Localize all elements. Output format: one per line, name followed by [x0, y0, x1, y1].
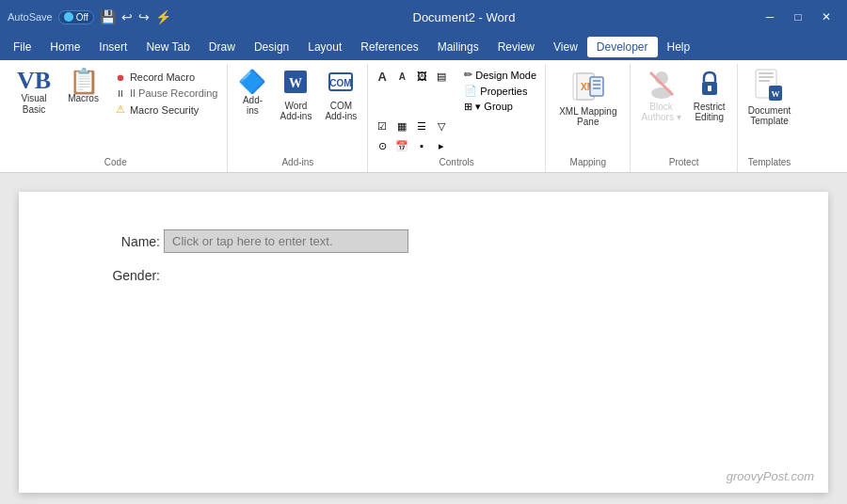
- document-area: Name: Click or tap here to enter text. G…: [0, 173, 847, 504]
- ctrl-check[interactable]: ☑: [374, 118, 391, 134]
- autosave-label: AutoSave: [8, 11, 53, 23]
- block-authors-label: BlockAuthors ▾: [641, 102, 680, 122]
- gender-field-row: Gender:: [94, 268, 753, 283]
- warning-icon: ⚠: [116, 103, 125, 116]
- close-button[interactable]: ✕: [813, 4, 839, 30]
- ribbon: VB VisualBasic 📋 Macros ⏺ Record Macro ⏸…: [0, 60, 847, 173]
- ctrl-image[interactable]: 🖼: [413, 68, 430, 85]
- menu-newtab[interactable]: New Tab: [136, 37, 199, 57]
- xml-icon: XML: [571, 70, 605, 106]
- word-addins-button[interactable]: W WordAdd-ins: [275, 66, 316, 124]
- code-right-stack: ⏺ Record Macro ⏸ II Pause Recording ⚠ Ma…: [112, 66, 222, 118]
- ctrl-date[interactable]: 📅: [393, 137, 410, 154]
- autosave-toggle[interactable]: Off: [58, 10, 94, 24]
- restrict-editing-button[interactable]: RestrictEditing: [688, 66, 731, 125]
- menu-layout[interactable]: Layout: [298, 37, 351, 57]
- gender-label: Gender:: [94, 268, 160, 283]
- ctrl-radio[interactable]: ⊙: [374, 137, 391, 154]
- menu-developer[interactable]: Developer: [587, 37, 658, 57]
- svg-text:W: W: [772, 89, 780, 99]
- addins-group-content: 🔷 Add-ins W WordAdd-ins COM: [233, 66, 361, 154]
- app-title: Document2 - Word: [413, 10, 516, 24]
- name-input[interactable]: Click or tap here to enter text.: [164, 229, 408, 253]
- menu-home[interactable]: Home: [40, 37, 89, 57]
- document-page: Name: Click or tap here to enter text. G…: [19, 192, 828, 493]
- ctrl-list[interactable]: ☰: [413, 118, 430, 134]
- group-icon: ⊞: [464, 101, 472, 113]
- design-mode-icon: ✏: [464, 69, 472, 81]
- macro-security-button[interactable]: ⚠ Macro Security: [112, 102, 222, 118]
- controls-grid-third: ⊙ 📅 ▪ ▸: [374, 137, 452, 154]
- templates-group-label: Templates: [743, 154, 796, 170]
- controls-group-content: A A 🖼 ▤ ✏ Design Mode 📄 Properties: [374, 66, 539, 154]
- ctrl-box[interactable]: ▤: [433, 68, 450, 85]
- word-addins-label: WordAdd-ins: [280, 101, 312, 121]
- maximize-button[interactable]: □: [785, 4, 811, 30]
- block-authors-icon: [647, 69, 677, 102]
- menu-view[interactable]: View: [544, 37, 587, 57]
- macros-label: Macros: [68, 93, 99, 103]
- xml-mapping-button[interactable]: XML XML MappingPane: [551, 66, 624, 131]
- design-mode-button[interactable]: ✏ Design Mode: [461, 68, 539, 82]
- ribbon-group-protect: BlockAuthors ▾ RestrictEditing Protect: [631, 64, 737, 172]
- watermark: groovyPost.com: [727, 469, 814, 483]
- pause-icon: ⏸: [116, 88, 125, 99]
- addins-group-label: Add-ins: [233, 154, 361, 170]
- com-addins-button[interactable]: COM COMAdd-ins: [320, 66, 361, 124]
- macros-button[interactable]: 📋 Macros: [60, 66, 106, 106]
- menu-insert[interactable]: Insert: [89, 37, 136, 57]
- menu-help[interactable]: Help: [658, 37, 700, 57]
- mapping-group-content: XML XML MappingPane: [551, 66, 624, 154]
- ribbon-group-addins: 🔷 Add-ins W WordAdd-ins COM: [228, 64, 368, 172]
- autosave-state: Off: [76, 12, 88, 23]
- pause-recording-label: II Pause Recording: [130, 87, 218, 99]
- design-mode-label: Design Mode: [475, 70, 536, 81]
- record-macro-button[interactable]: ⏺ Record Macro: [112, 70, 222, 85]
- svg-rect-17: [759, 72, 774, 74]
- controls-grid-top: A A 🖼 ▤: [374, 68, 452, 114]
- addins-label: Add-ins: [243, 95, 263, 116]
- record-icon: ⏺: [116, 72, 125, 83]
- addins-button[interactable]: 🔷 Add-ins: [233, 66, 271, 118]
- group-button[interactable]: ⊞ ▾ Group: [461, 100, 539, 114]
- ctrl-aa-small[interactable]: A: [393, 68, 410, 85]
- save-icon[interactable]: 💾: [100, 9, 116, 24]
- properties-button[interactable]: 📄 Properties: [461, 84, 539, 98]
- visual-basic-button[interactable]: VB VisualBasic: [9, 66, 58, 118]
- menu-file[interactable]: File: [4, 37, 40, 57]
- minimize-button[interactable]: ─: [757, 4, 783, 30]
- ctrl-combo[interactable]: ▽: [433, 118, 450, 134]
- ctrl-aa-big[interactable]: A: [374, 68, 391, 85]
- ribbon-group-controls: A A 🖼 ▤ ✏ Design Mode 📄 Properties: [368, 64, 546, 172]
- controls-group-label: Controls: [374, 154, 539, 170]
- controls-grid-bottom: ☑ ▦ ☰ ▽: [374, 118, 452, 134]
- ctrl-table[interactable]: ▦: [393, 118, 410, 134]
- ctrl-more[interactable]: ▸: [433, 137, 450, 154]
- restrict-editing-icon: [695, 69, 725, 102]
- toggle-dot: [64, 12, 73, 22]
- menu-mailings[interactable]: Mailings: [428, 37, 488, 57]
- macro-security-label: Macro Security: [130, 104, 199, 116]
- pause-recording-button[interactable]: ⏸ II Pause Recording: [112, 86, 222, 101]
- window-controls: ─ □ ✕: [757, 4, 839, 30]
- svg-rect-19: [759, 80, 770, 82]
- record-macro-label: Record Macro: [130, 71, 195, 83]
- redo-icon[interactable]: ↪: [138, 9, 150, 24]
- properties-label: Properties: [480, 86, 527, 97]
- ctrl-block2[interactable]: ▪: [413, 137, 430, 154]
- menu-references[interactable]: References: [351, 37, 427, 57]
- menu-review[interactable]: Review: [488, 37, 544, 57]
- menu-design[interactable]: Design: [245, 37, 298, 57]
- controls-right-stack: ✏ Design Mode 📄 Properties ⊞ ▾ Group: [461, 68, 539, 114]
- customize-icon[interactable]: ⚡: [155, 9, 171, 24]
- menu-draw[interactable]: Draw: [200, 37, 245, 57]
- undo-icon[interactable]: ↩: [121, 9, 133, 24]
- group-label: ▾ Group: [475, 101, 513, 113]
- code-group-content: VB VisualBasic 📋 Macros ⏺ Record Macro ⏸…: [9, 66, 221, 154]
- ribbon-group-code: VB VisualBasic 📋 Macros ⏺ Record Macro ⏸…: [4, 64, 228, 172]
- ribbon-group-mapping: XML XML MappingPane Mapping: [546, 64, 631, 172]
- svg-text:COM: COM: [330, 78, 352, 88]
- document-template-button[interactable]: W DocumentTemplate: [743, 66, 796, 129]
- protect-group-label: Protect: [636, 154, 730, 170]
- block-authors-button[interactable]: BlockAuthors ▾: [636, 66, 685, 125]
